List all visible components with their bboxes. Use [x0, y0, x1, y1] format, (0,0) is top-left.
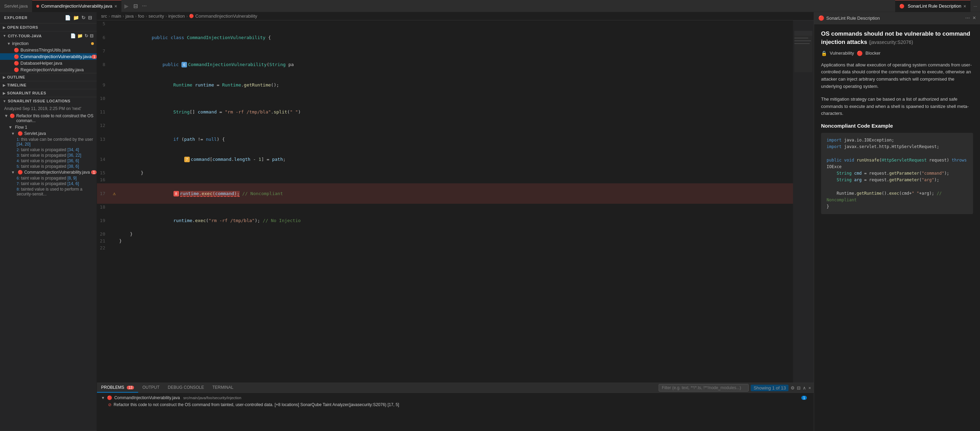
tab-cmd[interactable]: CommandInjectionVulnerability.java ×: [32, 0, 121, 12]
servlet-label[interactable]: ▼ 🔴 Servlet.java: [0, 130, 97, 136]
filter-icon[interactable]: ⚙: [791, 385, 795, 391]
more-actions-icon[interactable]: ···: [974, 3, 977, 9]
tab-bar: Servlet.java CommandInjectionVulnerabili…: [0, 0, 980, 12]
timeline-header[interactable]: ▶ TIMELINE: [0, 81, 97, 89]
step-8[interactable]: 8: tainted value is used to perform a se…: [0, 187, 97, 197]
step-1[interactable]: 1: this value can be controlled by the u…: [0, 136, 97, 147]
rule-title: OS commands should not be vulnerable to …: [821, 30, 973, 46]
servlet-file-label: Servlet.java: [24, 131, 46, 136]
bc-src[interactable]: src: [101, 13, 107, 19]
collapse-icon[interactable]: ⊟: [88, 15, 92, 21]
tab-servlet[interactable]: Servlet.java: [0, 0, 32, 12]
panel-filter-input[interactable]: [659, 384, 749, 391]
refresh-project-icon[interactable]: ↻: [84, 33, 89, 38]
sonarlint-header-icon: 🔴: [818, 15, 824, 21]
open-editors-header[interactable]: ▶ OPEN EDITORS: [0, 24, 97, 31]
bc-java[interactable]: java: [126, 13, 134, 19]
panel: PROBLEMS 13 OUTPUT DEBUG CONSOLE TERMINA…: [97, 383, 814, 431]
code-line-5: 5: [97, 21, 793, 27]
sonarlint-content: OS commands should not be vulnerable to …: [814, 24, 980, 431]
explorer-header: EXPLORER 📄 📁 ↻ ⊟: [0, 12, 97, 24]
new-folder-icon[interactable]: 📁: [73, 15, 79, 21]
error-icon-dbhelper: 🔴: [14, 61, 19, 66]
bc-injection[interactable]: injection: [168, 13, 185, 19]
code-line-6: 6 public class CommandInjectionVulnerabi…: [97, 27, 793, 48]
outline-header[interactable]: ▶ OUTLINE: [0, 73, 97, 81]
panel-tab-debug[interactable]: DEBUG CONSOLE: [164, 383, 208, 393]
error-icon-cmd: 🔴: [14, 54, 19, 59]
step-6[interactable]: 6: taint value is propagated [8, 9]: [0, 175, 97, 181]
problem-item-text: Refactor this code to not construct the …: [114, 402, 399, 407]
panel-tab-terminal[interactable]: TERMINAL: [208, 383, 237, 393]
open-editors-section: ▶ OPEN EDITORS: [0, 24, 97, 32]
step-2[interactable]: 2: taint value is propagated [34, 4]: [0, 147, 97, 152]
analyzed-text: Analyzed Sep 11, 2019, 2:25 PM on 'next': [0, 105, 97, 113]
project-name: CITY-TOUR-JAVA: [8, 34, 41, 38]
refresh-icon[interactable]: ↻: [81, 15, 86, 21]
file-businessthings[interactable]: 🔴 BusinessThingsUtils.java: [0, 47, 97, 53]
error-dot: [37, 5, 39, 8]
sonarlint-issues-chevron: ▼: [3, 99, 6, 103]
error-icon-businessthings: 🔴: [14, 48, 19, 52]
sonarlint-header-title: 🔴 SonarLint Rule Description: [818, 15, 880, 21]
terminal-label: TERMINAL: [212, 385, 234, 390]
problem-file-header[interactable]: ▼ 🔴 CommandInjectionVulnerability.java s…: [97, 395, 814, 401]
file-regex-label: RegexInjectionVulnerability.java: [21, 67, 84, 72]
project-header[interactable]: ▼ CITY-TOUR-JAVA 📄 📁 ↻ ⊟: [0, 32, 97, 40]
file-regex[interactable]: 🔴 RegexInjectionVulnerability.java: [0, 67, 97, 73]
tab-actions: ···: [970, 3, 980, 9]
code-line-19: 19 runtime.exec("rm -rf /tmp/bla"); // N…: [97, 211, 793, 231]
step-4[interactable]: 4: taint value is propagated [36, 6]: [0, 158, 97, 163]
blocker-icon: 🔴: [857, 51, 862, 56]
sonarlint-issues-header[interactable]: ▼ SONARLINT ISSUE LOCATIONS: [0, 97, 97, 105]
panel-tab-problems[interactable]: PROBLEMS 13: [97, 383, 138, 393]
split-icon[interactable]: ⊟: [131, 3, 140, 10]
panel-close-icon[interactable]: ×: [808, 385, 811, 391]
bc-foo[interactable]: foo: [138, 13, 144, 19]
panel-collapse-icon[interactable]: ⊟: [797, 385, 800, 391]
code-line-9: 9 Runtime runtime = Runtime.getRuntime()…: [97, 75, 793, 95]
panel-tab-output[interactable]: OUTPUT: [138, 383, 164, 393]
sonarlint-more-icon[interactable]: ···: [965, 15, 970, 21]
cmd-issue-file[interactable]: ▼ 🔴 CommandInjectionVulnerability.java 1: [0, 169, 97, 175]
sonarlint-close-icon[interactable]: ×: [973, 15, 976, 21]
file-tree: ▼ injection 🔴 BusinessThingsUtils.java 🔴…: [0, 40, 97, 73]
step-7[interactable]: 7: taint value is propagated [14, 6]: [0, 181, 97, 187]
folder-injection[interactable]: ▼ injection: [0, 40, 97, 47]
collapse-project-icon[interactable]: ⊟: [90, 33, 94, 38]
code-line-22: 22: [97, 244, 793, 252]
panel-up-icon[interactable]: ∧: [803, 385, 806, 391]
code-line-21: 21 }: [97, 238, 793, 244]
run-icon[interactable]: ▶: [121, 3, 131, 10]
code-editor[interactable]: 5 6 public class CommandInjectionVulnera…: [97, 21, 793, 383]
sonarlint-rules-header[interactable]: ▶ SONARLINT RULES: [0, 89, 97, 97]
sonarlint-header-actions: ··· ×: [965, 15, 976, 21]
file-businessthings-label: BusinessThingsUtils.java: [21, 48, 71, 52]
bc-file[interactable]: CommandInjectionVulnerability: [195, 13, 257, 19]
sidebar-header-actions: 📄 📁 ↻ ⊟: [65, 15, 92, 21]
editor-area: src › main › java › foo › security › inj…: [97, 12, 814, 431]
step-5[interactable]: 5: taint value is propagated [38, 6]: [0, 163, 97, 169]
outline-chevron: ▶: [3, 75, 6, 79]
problem-item-1[interactable]: ⊘ Refactor this code to not construct th…: [97, 401, 814, 408]
step-3[interactable]: 3: taint value is propagated [36, 22]: [0, 152, 97, 158]
cmd-error-icon: 🔴: [18, 170, 23, 175]
new-folder-project-icon[interactable]: 📁: [77, 33, 83, 38]
cmd-file-issue-label: CommandInjectionVulnerability.java: [24, 170, 90, 175]
file-cmd[interactable]: 🔴 CommandInjectionVulnerability.java 1: [0, 53, 97, 60]
servlet-tab-label: Servlet.java: [4, 3, 28, 9]
bc-security[interactable]: security: [148, 13, 164, 19]
more-icon[interactable]: ···: [140, 3, 148, 9]
problem-file-path: src/main/java/foo/security/injection: [183, 396, 241, 400]
showing-badge: Showing 1 of 13: [751, 385, 789, 391]
sonarlint-panel: 🔴 SonarLint Rule Description ··· × OS co…: [814, 12, 980, 431]
close-sonarlint-tab[interactable]: ×: [963, 4, 966, 9]
new-file-icon[interactable]: 📄: [65, 15, 71, 21]
file-dbhelper[interactable]: 🔴 DatabaseHelper.java: [0, 60, 97, 67]
bc-main[interactable]: main: [111, 13, 121, 19]
close-tab-cmd[interactable]: ×: [114, 4, 117, 9]
tab-sonarlint[interactable]: 🔴 SonarLint Rule Description ×: [895, 0, 970, 12]
refactor-issue[interactable]: ▼ 🔴 Refactor this code to not construct …: [0, 113, 97, 124]
new-file-project-icon[interactable]: 📄: [70, 33, 76, 38]
explorer-title: EXPLORER: [4, 16, 28, 20]
